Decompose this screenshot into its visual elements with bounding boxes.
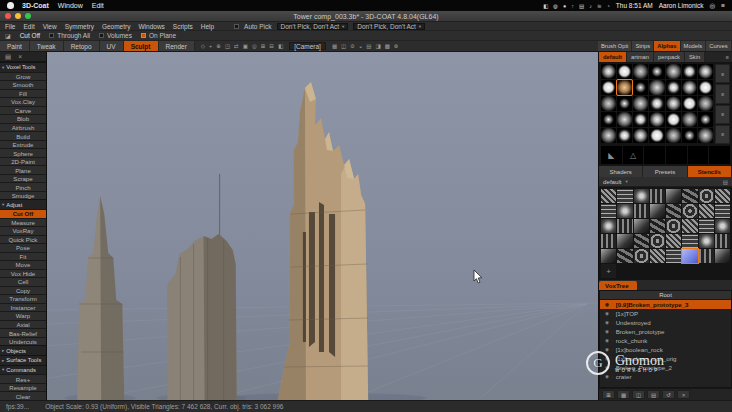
stencil-thumb[interactable] xyxy=(650,219,665,233)
stencil-thumb[interactable] xyxy=(666,219,681,233)
alpha-set-artman[interactable]: artman xyxy=(627,52,654,62)
alpha-thumb[interactable] xyxy=(666,96,681,111)
stencil-set-dropdown[interactable]: default ▾ ▤ xyxy=(599,177,732,187)
stencil-thumb[interactable] xyxy=(601,189,616,203)
voxtree-action-icon[interactable]: ▤ xyxy=(647,390,660,399)
tool-voxray[interactable]: VoxRay xyxy=(0,226,46,235)
alpha-list-mode-button[interactable]: ≡ xyxy=(715,125,730,144)
tab-tweak[interactable]: Tweak xyxy=(30,41,64,51)
visibility-eye-icon[interactable]: ◉ xyxy=(605,338,609,343)
stencil-thumb[interactable] xyxy=(699,204,714,218)
alpha-thumb[interactable] xyxy=(698,96,713,111)
tool-vox-hide[interactable]: Vox Hide xyxy=(0,269,46,278)
alpha-thumb[interactable] xyxy=(649,112,664,127)
zoom-window-button[interactable] xyxy=(25,13,31,19)
tool-bas-relief[interactable]: Bas-Relief xyxy=(0,328,46,337)
stencil-menu-icon[interactable]: ▤ xyxy=(723,179,728,185)
stencil-thumb[interactable] xyxy=(634,189,649,203)
status-icon[interactable]: ◍ xyxy=(553,3,558,9)
alpha-thumb[interactable] xyxy=(649,64,664,79)
stencil-thumb[interactable] xyxy=(682,189,697,203)
viewport-tool-icon[interactable]: ▩ xyxy=(385,43,390,49)
tool-quick-pick[interactable]: Quick Pick xyxy=(0,235,46,244)
tab-sculpt[interactable]: Sculpt xyxy=(124,41,159,51)
voxtree-header[interactable]: VoxTree xyxy=(599,281,637,290)
stencil-thumb[interactable] xyxy=(666,189,681,203)
voxtree-item-1x-top[interactable]: ◉◌[1x]TOP xyxy=(600,309,731,318)
stencil-thumb[interactable] xyxy=(666,204,681,218)
viewport-tool-icon[interactable]: ◇ xyxy=(201,43,205,49)
tool-build[interactable]: Build xyxy=(0,131,46,140)
alpha-thumb[interactable] xyxy=(633,112,648,127)
voxtree-root[interactable]: Root xyxy=(600,291,731,300)
stencil-thumb[interactable] xyxy=(617,204,632,218)
alpha-thumb[interactable] xyxy=(666,80,681,95)
alpha-sets-menu-icon[interactable]: ≡ xyxy=(723,52,732,62)
alpha-thumb-large[interactable]: ◣ xyxy=(601,146,622,164)
auto-pick-checkbox[interactable] xyxy=(234,24,239,29)
spotlight-icon[interactable]: ◎ xyxy=(710,2,716,10)
alpha-set-skin[interactable]: Skin xyxy=(685,52,705,62)
alpha-thumb[interactable] xyxy=(633,80,648,95)
tool-fill[interactable]: Fill xyxy=(0,89,46,98)
alpha-thumb[interactable] xyxy=(698,64,713,79)
status-icon[interactable]: ● xyxy=(563,3,566,9)
minimize-window-button[interactable] xyxy=(15,13,21,19)
apple-logo-icon[interactable] xyxy=(7,2,14,9)
toggle-through-all[interactable]: Through All xyxy=(49,32,90,39)
stencil-thumb[interactable] xyxy=(601,234,616,248)
menu-geometry[interactable]: Geometry xyxy=(102,23,131,30)
ghost-icon[interactable]: ◌ xyxy=(611,311,614,316)
stencil-thumb[interactable] xyxy=(650,189,665,203)
visibility-eye-icon[interactable]: ◉ xyxy=(605,320,609,325)
menu-symmetry[interactable]: Symmetry xyxy=(65,23,94,30)
ghost-icon[interactable]: ◌ xyxy=(611,365,614,370)
tab-paint[interactable]: Paint xyxy=(0,41,30,51)
alpha-thumb[interactable] xyxy=(617,112,632,127)
voxtree-item-undestroyed[interactable]: ◉◌Undestroyed xyxy=(600,318,731,327)
tool-smooth[interactable]: Smooth xyxy=(0,80,46,89)
toggle-volumes[interactable]: Volumes xyxy=(99,32,132,39)
alpha-thumb[interactable] xyxy=(682,64,697,79)
viewport-tool-icon[interactable]: ◧ xyxy=(278,43,283,49)
tool-fit[interactable]: Fit xyxy=(0,252,46,261)
stencil-thumb[interactable] xyxy=(699,189,714,203)
alpha-thumb[interactable] xyxy=(601,80,616,95)
tool-undercuts[interactable]: Undercuts xyxy=(0,337,46,346)
viewport-tool-icon[interactable]: ◫ xyxy=(341,43,346,49)
tool-instancer[interactable]: Instancer xyxy=(0,303,46,312)
macos-menu-3d-coat[interactable]: 3D-Coat xyxy=(22,2,49,9)
viewport-tool-icon[interactable]: ⊕ xyxy=(216,43,221,49)
tool-clear[interactable]: Clear xyxy=(0,391,46,400)
ghost-icon[interactable]: ◌ xyxy=(611,356,614,361)
stencil-thumb[interactable] xyxy=(617,219,632,233)
status-icon[interactable]: ♪ xyxy=(589,3,592,9)
tool-grow[interactable]: Grow xyxy=(0,72,46,81)
alpha-thumb-large[interactable] xyxy=(688,146,709,164)
pick-mode-dropdown-1[interactable]: Don't Pick, Don't Act ▾ xyxy=(277,23,349,30)
alpha-thumb[interactable] xyxy=(666,128,681,143)
tool-sphere[interactable]: Sphere xyxy=(0,148,46,157)
viewport-tool-icon[interactable]: ⊗ xyxy=(394,43,399,49)
viewport-tool-icon[interactable]: ▣ xyxy=(243,43,248,49)
voxtree-item-broken-prototype[interactable]: ◉◌Broken_prototype xyxy=(600,327,731,336)
stencil-thumb[interactable] xyxy=(617,234,632,248)
voxtree-action-icon[interactable]: ▦ xyxy=(617,390,630,399)
stencil-thumb[interactable] xyxy=(715,219,730,233)
stencil-thumb[interactable] xyxy=(634,219,649,233)
alpha-list-mode-button[interactable]: ≡ xyxy=(715,84,730,103)
tool-resample[interactable]: Resample xyxy=(0,383,46,392)
menu-help[interactable]: Help xyxy=(201,23,214,30)
alpha-thumb[interactable] xyxy=(666,64,681,79)
alpha-thumb-large[interactable] xyxy=(666,146,687,164)
visibility-eye-icon[interactable]: ◉ xyxy=(605,302,609,307)
toggle-on-plane[interactable]: On Plane xyxy=(141,32,176,39)
tool-warp[interactable]: Warp xyxy=(0,311,46,320)
viewport[interactable] xyxy=(47,52,598,400)
menu-edit[interactable]: Edit xyxy=(23,23,34,30)
alpha-thumb[interactable] xyxy=(649,128,664,143)
viewport-tool-icon[interactable]: ◳ xyxy=(225,43,230,49)
stencil-thumb[interactable] xyxy=(715,204,730,218)
ghost-icon[interactable]: ◌ xyxy=(611,338,614,343)
viewport-tool-icon[interactable]: ◨ xyxy=(375,43,380,49)
